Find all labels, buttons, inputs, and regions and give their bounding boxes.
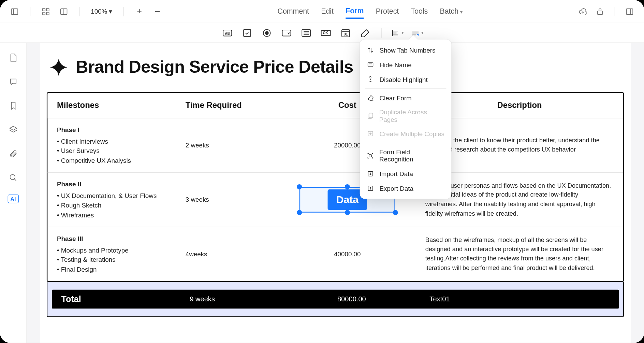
chevron-down-icon: ▾ xyxy=(460,9,463,14)
cell-milestone: Phase I Client Interviews User Surveys C… xyxy=(47,125,176,166)
resize-handle[interactable] xyxy=(345,210,350,215)
cell-time: 2 weeks xyxy=(176,141,279,150)
page: Brand Design Service Price Details Miles… xyxy=(40,43,631,343)
toolbar-right-group xyxy=(576,4,636,18)
total-cost: 80000.00 xyxy=(283,295,420,303)
hidename-icon xyxy=(367,61,375,69)
resize-handle[interactable] xyxy=(393,210,398,215)
svg-rect-35 xyxy=(368,63,373,67)
dropdown-field-tool[interactable] xyxy=(280,26,293,39)
two-page-view-button[interactable] xyxy=(57,4,71,18)
duplicate-icon xyxy=(367,112,374,120)
resize-handle[interactable] xyxy=(297,210,302,215)
total-time: 9 weeks xyxy=(180,295,283,303)
cell-time: 4weeks xyxy=(176,249,279,259)
svg-rect-44 xyxy=(369,154,371,157)
svg-text:OK: OK xyxy=(323,31,328,35)
cell-description: Based on the wireframes, mockup of all t… xyxy=(416,235,623,273)
radio-tool[interactable] xyxy=(260,26,273,39)
chevron-down-icon: ▾ xyxy=(109,8,112,15)
recognize-icon xyxy=(367,152,374,159)
top-toolbar: 100% ▾ + − Comment Edit Form Protect Too… xyxy=(0,0,644,23)
chevron-down-icon: ▾ xyxy=(401,30,404,35)
checkbox-tool[interactable] xyxy=(240,26,253,39)
menu-separator xyxy=(365,143,447,143)
align-dropdown[interactable]: ▾ xyxy=(391,28,404,38)
chevron-down-icon: ▾ xyxy=(421,30,423,35)
menu-separator xyxy=(365,88,447,89)
menu-item-clear-form[interactable]: Clear Form xyxy=(360,90,452,105)
rail-bookmarks-button[interactable] xyxy=(6,99,20,113)
menu-item-hide-name[interactable]: Hide Name xyxy=(360,57,452,72)
table-row: Phase II UX Documentation, & User Flows … xyxy=(47,173,623,227)
menu-item-import-data[interactable]: Import Data xyxy=(360,166,452,181)
table-header: Milestones Time Required Cost Descriptio… xyxy=(47,93,623,118)
zoom-in-button[interactable]: + xyxy=(132,4,146,18)
resize-handle[interactable] xyxy=(345,184,350,189)
menu-item-form-field-recognition[interactable]: Form Field Recognition xyxy=(360,145,452,166)
share-button[interactable] xyxy=(593,4,607,18)
col-milestones: Milestones xyxy=(47,93,176,118)
rail-comments-button[interactable] xyxy=(6,74,20,89)
table-row: Phase I Client Interviews User Surveys C… xyxy=(47,118,623,173)
svg-text:AB: AB xyxy=(225,31,230,35)
total-desc[interactable]: Text01 xyxy=(420,295,619,303)
zoom-value: 100% xyxy=(91,8,107,15)
cell-milestone: Phase III Mockups and Prototype Testing … xyxy=(47,234,176,274)
highlight-icon xyxy=(367,75,375,83)
menu-item-create-multiple-copies: Create Multiple Copies xyxy=(360,126,452,141)
menu-tools[interactable]: Tools xyxy=(411,4,428,18)
more-options-menu: Show Tab NumbersHide NameDisable Highlig… xyxy=(360,40,452,199)
panel-toggle-button[interactable] xyxy=(623,4,636,18)
resize-handle[interactable] xyxy=(297,184,302,189)
main-menu: Comment Edit Form Protect Tools Batch▾ xyxy=(164,4,576,19)
rail-pages-button[interactable] xyxy=(6,51,20,65)
rail-layers-button[interactable] xyxy=(6,123,20,137)
document-header: Brand Design Service Price Details xyxy=(40,57,631,85)
zoom-out-button[interactable]: − xyxy=(150,4,164,18)
menu-item-duplicate-across-pages: Duplicate Across Pages xyxy=(360,105,452,127)
thumbnail-view-button[interactable] xyxy=(39,4,53,18)
sparkle-icon xyxy=(49,58,68,76)
app-window: 100% ▾ + − Comment Edit Form Protect Too… xyxy=(0,0,644,343)
button-field-tool[interactable]: OK xyxy=(319,26,332,39)
cell-milestone: Phase II UX Documentation, & User Flows … xyxy=(47,180,176,220)
svg-point-33 xyxy=(10,175,15,180)
svg-rect-2 xyxy=(43,8,45,11)
cell-time: 3 weeks xyxy=(176,195,279,204)
copies-icon xyxy=(367,130,375,138)
menu-protect[interactable]: Protect xyxy=(376,4,399,18)
main-area: AI Brand Design Service Price Details Mi… xyxy=(0,43,644,343)
menu-form[interactable]: Form xyxy=(346,4,364,19)
svg-rect-9 xyxy=(626,9,633,14)
menu-comment[interactable]: Comment xyxy=(278,4,309,18)
text-field-tool[interactable]: AB xyxy=(221,26,234,39)
toolbar-left-group: 100% ▾ + − xyxy=(8,4,164,18)
rail-attachments-button[interactable] xyxy=(6,146,20,161)
total-section: Total 9 weeks 80000.00 Text01 xyxy=(47,282,624,317)
svg-rect-13 xyxy=(243,29,250,37)
menu-edit[interactable]: Edit xyxy=(321,4,334,18)
document-canvas[interactable]: Brand Design Service Price Details Miles… xyxy=(27,43,644,343)
signature-tool[interactable] xyxy=(359,26,372,39)
menu-batch[interactable]: Batch▾ xyxy=(440,4,463,18)
menu-item-export-data[interactable]: Export Data xyxy=(360,181,452,196)
eraser-icon xyxy=(367,94,375,102)
svg-rect-40 xyxy=(369,113,372,117)
rail-ai-button[interactable]: AI xyxy=(8,195,19,203)
left-rail: AI xyxy=(0,43,27,343)
col-time: Time Required xyxy=(176,93,279,118)
date-field-tool[interactable]: 31 xyxy=(339,26,352,39)
total-label: Total xyxy=(52,294,180,304)
import-icon xyxy=(367,170,375,177)
menu-item-disable-highlight[interactable]: Disable Highlight xyxy=(360,72,452,87)
sidebar-toggle-button[interactable] xyxy=(8,4,21,18)
cloud-upload-button[interactable] xyxy=(576,4,590,18)
zoom-dropdown[interactable]: 100% ▾ xyxy=(88,6,115,17)
menu-item-show-tab-numbers[interactable]: Show Tab Numbers xyxy=(360,43,452,58)
svg-text:31: 31 xyxy=(344,32,348,36)
listbox-tool[interactable] xyxy=(299,26,312,39)
document-title: Brand Design Service Price Details xyxy=(76,57,353,77)
cell-cost[interactable]: 40000.00 xyxy=(279,249,416,259)
rail-search-button[interactable] xyxy=(6,171,20,185)
